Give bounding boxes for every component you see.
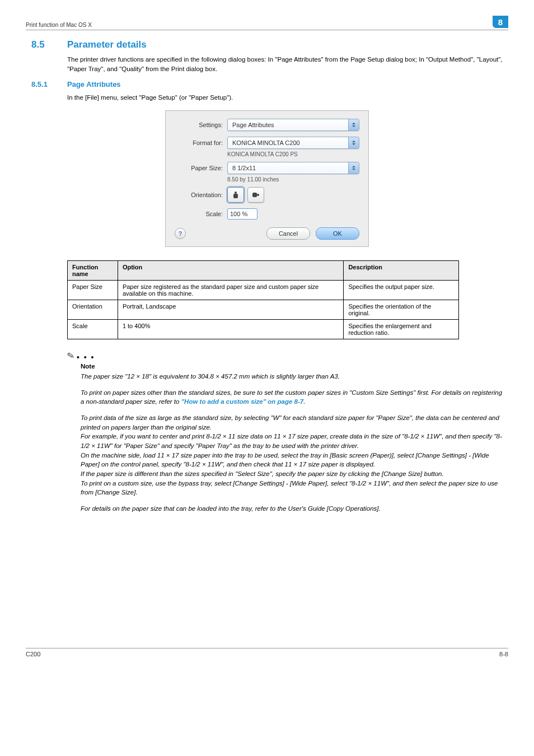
chapter-badge: 8	[493, 16, 508, 28]
paper-size-subtext: 8.50 by 11.00 inches	[227, 176, 359, 183]
subsection-intro: In the [File] menu, select "Page Setup" …	[67, 93, 503, 102]
header-rule	[26, 30, 508, 30]
table-row: Paper Size Paper size registered as the …	[68, 281, 459, 300]
paper-size-value: 8 1/2x11	[228, 165, 256, 171]
note-text: .	[303, 398, 305, 405]
page-setup-dialog: Settings: Page Attributes Format for: KO…	[165, 110, 369, 247]
format-for-dropdown[interactable]: KONICA MINOLTA C200	[227, 137, 359, 149]
format-for-value: KONICA MINOLTA C200	[228, 139, 300, 146]
table-cell: Paper Size	[68, 281, 118, 300]
scale-label: Scale:	[175, 211, 227, 217]
orientation-label: Orientation:	[175, 192, 227, 198]
footer-right: 8-8	[499, 651, 508, 657]
subsection-heading: 8.5.1 Page Attributes	[31, 80, 503, 88]
pencil-icon: ✎	[66, 350, 76, 362]
footer-left: C200	[26, 651, 40, 657]
scale-input[interactable]: 100 %	[227, 208, 257, 220]
note-paragraph: To print data of the size as large as th…	[81, 413, 503, 497]
table-header: Function name	[68, 261, 118, 281]
table-cell: 1 to 400%	[118, 320, 344, 339]
note-dots-icon: • • •	[77, 353, 95, 362]
section-heading: 8.5 Parameter details	[31, 39, 503, 50]
section-intro: The printer driver functions are specifi…	[67, 55, 503, 73]
footer-rule	[26, 648, 508, 648]
paper-size-label: Paper Size:	[175, 165, 227, 171]
ok-button[interactable]: OK	[316, 227, 359, 240]
cancel-button[interactable]: Cancel	[266, 227, 310, 240]
subsection-title: Page Attributes	[67, 80, 121, 88]
table-cell: Portrait, Landscape	[118, 300, 344, 320]
settings-dropdown[interactable]: Page Attributes	[227, 119, 359, 131]
scale-value: 100 %	[230, 211, 247, 217]
subsection-number: 8.5.1	[31, 80, 67, 88]
table-cell: Specifies the orientation of the origina…	[344, 300, 459, 320]
table-cell: Specifies the output paper size.	[344, 281, 459, 300]
note-label: Note	[81, 363, 503, 370]
settings-value: Page Attributes	[228, 122, 274, 128]
orientation-landscape-button[interactable]	[247, 187, 264, 203]
format-for-label: Format for:	[175, 139, 227, 146]
settings-label: Settings:	[175, 122, 227, 128]
section-title: Parameter details	[67, 39, 147, 50]
note-block: ✎• • • Note The paper size "12 × 18" is …	[67, 351, 503, 514]
table-cell: Orientation	[68, 300, 118, 320]
chevron-updown-icon	[348, 119, 359, 130]
table-row: Scale 1 to 400% Specifies the enlargemen…	[68, 320, 459, 339]
person-landscape-icon	[252, 192, 259, 198]
help-button[interactable]: ?	[175, 228, 186, 239]
table-row: Orientation Portrait, Landscape Specifie…	[68, 300, 459, 320]
section-number: 8.5	[31, 39, 67, 50]
chevron-updown-icon	[348, 137, 359, 148]
orientation-portrait-button[interactable]	[227, 187, 244, 203]
function-table: Function name Option Description Paper S…	[67, 260, 459, 339]
table-header: Option	[118, 261, 344, 281]
table-cell: Scale	[68, 320, 118, 339]
running-header: Print function of Mac OS X	[26, 22, 92, 28]
person-portrait-icon	[233, 192, 238, 198]
cross-reference-link[interactable]: "How to add a custom size" on page 8-7	[181, 398, 304, 405]
note-paragraph: The paper size "12 × 18" is equivalent t…	[81, 372, 503, 381]
note-paragraph: To print on paper sizes other than the s…	[81, 388, 503, 407]
chevron-updown-icon	[348, 162, 359, 174]
table-cell: Paper size registered as the standard pa…	[118, 281, 344, 300]
table-cell: Specifies the enlargement and reduction …	[344, 320, 459, 339]
table-header: Description	[344, 261, 459, 281]
format-for-subtext: KONICA MINOLTA C200 PS	[227, 151, 359, 157]
note-paragraph: For details on the paper size that can b…	[81, 504, 503, 514]
paper-size-dropdown[interactable]: 8 1/2x11	[227, 162, 359, 174]
